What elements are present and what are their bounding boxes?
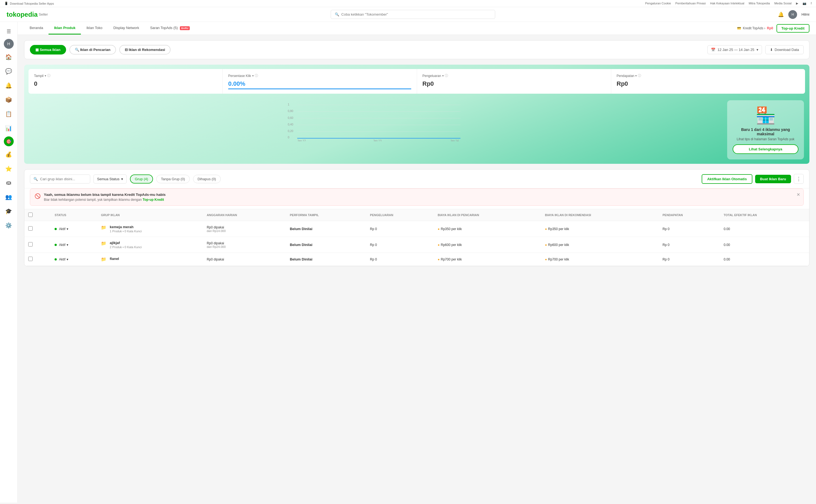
username: Hilmi (801, 12, 809, 16)
search-ads-button[interactable]: 🔍 Iklan di Pencarian (69, 45, 116, 55)
status-select[interactable]: Semua Status ▾ (93, 174, 127, 184)
warning-desc: Biar tidak kehilangan potensi tampil, yu… (44, 198, 165, 202)
anggaran-1: Rp0 dipakai (207, 241, 282, 245)
svg-text:0: 0 (288, 136, 289, 139)
search-ads-icon: 🔍 (75, 48, 80, 52)
sidebar-item-vouchers[interactable]: 🎟 (3, 177, 14, 189)
select-all-checkbox[interactable] (28, 213, 33, 217)
stat-pengeluaran[interactable]: Pengeluaran ▾ ⓘ Rp0 (417, 69, 611, 94)
table-section: 🔍 Semua Status ▾ Grup (4) Tanpa Grup (0) (24, 169, 809, 266)
topup-kredit-button[interactable]: Top-up Kredit (777, 24, 809, 33)
tab-saran-topads[interactable]: Saran TopAds (5) BARU (144, 22, 195, 35)
privacy-link[interactable]: Pemberitahuan Privasi (675, 2, 706, 5)
folder-icon-1: 📁 (101, 241, 106, 246)
row-checkbox-2[interactable] (28, 257, 33, 261)
sidebar-item-buyers[interactable]: 👥 (2, 191, 15, 203)
topup-link[interactable]: Top-up Kredit (142, 198, 164, 202)
row-status-0[interactable]: Aktif ▾ (55, 227, 93, 231)
tab-grup[interactable]: Grup (4) (130, 174, 153, 184)
sidebar-item-notification[interactable]: 🔔 (2, 79, 15, 91)
pendapatan-2: Rp 0 (663, 257, 716, 261)
cookie-link[interactable]: Pengaturan Cookie (645, 2, 671, 5)
search-bar[interactable]: 🔍 (331, 10, 495, 19)
sidebar-item-products[interactable]: 📦 (2, 94, 15, 106)
date-picker[interactable]: 📅 12 Jan 25 — 14 Jan 25 ▾ (708, 45, 762, 54)
nav-tabs-right: 💳 Kredit TopAds › Rp0 Top-up Kredit (737, 24, 809, 33)
kredit-info[interactable]: 💳 Kredit TopAds › Rp0 (737, 26, 773, 30)
sidebar-item-settings[interactable]: ⚙️ (2, 219, 15, 231)
th-pendapatan: PENDAPATAN (659, 209, 720, 221)
group-search-wrap[interactable]: 🔍 (30, 174, 90, 184)
lihat-selengkapnya-button[interactable]: Lihat Selengkapnya (733, 144, 798, 154)
sidebar-item-orders[interactable]: 📋 (2, 108, 15, 120)
svg-text:0,20: 0,20 (288, 130, 293, 133)
logo: tokopedia Seller (7, 11, 48, 18)
ip-link[interactable]: Hak Kekayaan Intelektual (710, 2, 744, 5)
sidebar-item-analytics[interactable]: 📊 (2, 122, 15, 134)
top-banner-left: 📱 Download Tokopedia Seller Apps (4, 2, 54, 5)
sidebar-item-home[interactable]: 🏠 (2, 51, 15, 63)
tab-iklan-produk[interactable]: Iklan Produk (48, 22, 81, 35)
th-grup: GRUP IKLAN (97, 209, 203, 221)
aktifkan-otomatis-button[interactable]: Aktifkan Iklan Otomatis (702, 174, 752, 184)
tab-iklan-toko[interactable]: Iklan Toko (81, 22, 108, 35)
instagram-icon: 📷 (803, 2, 806, 5)
tab-tanpa-grup[interactable]: Tanpa Grup (0) (156, 175, 189, 183)
recommend-ads-button[interactable]: ⊟ Iklan di Rekomendasi (119, 45, 171, 55)
stat-pendapatan-info-icon[interactable]: ⓘ (638, 73, 641, 78)
chart-left: 1 0,80 0,60 0,40 0,20 0 (30, 100, 722, 159)
promo-panel: 🏪 Baru 1 dari 4 iklanmu yang maksimal Li… (727, 100, 804, 159)
stat-tampil-info-icon[interactable]: ⓘ (47, 73, 50, 78)
close-banner-button[interactable]: ✕ (797, 192, 800, 197)
sidebar-item-ads[interactable]: 🎯 (4, 136, 14, 146)
stat-persentase-value: 0.00% (228, 80, 411, 87)
warning-banner: 🚫 Yaah, semua iklanmu belum bisa tampil … (30, 188, 804, 206)
sidebar-toggle[interactable]: ☰ (4, 26, 13, 37)
sidebar-item-chat[interactable]: 💬 (2, 65, 15, 77)
stat-tampil-label: Tampil ▾ ⓘ (34, 73, 217, 78)
stat-tampil-chevron: ▾ (45, 74, 46, 77)
sidebar-item-reviews[interactable]: ⭐ (2, 163, 15, 175)
warning-text: Yaah, semua iklanmu belum bisa tampil ka… (44, 193, 165, 202)
download-button[interactable]: ⬇ Download Data (765, 45, 804, 54)
stat-pendapatan-value: Rp0 (617, 80, 800, 87)
row-status-2[interactable]: Aktif ▾ (55, 257, 93, 261)
stat-persentase-underline (228, 88, 411, 89)
tab-display-network[interactable]: Display Network (108, 22, 144, 35)
mitra-link[interactable]: Mitra Tokopedia (749, 2, 770, 5)
table-row: Aktif ▾ 📁 ajlkjaf 2 Produk • 0 Kata Kunc… (24, 237, 809, 253)
all-ads-button[interactable]: ▦ Semua Iklan (30, 45, 66, 55)
performa-1: Belum Dinilai (290, 243, 362, 247)
buat-iklan-button[interactable]: Buat Iklan Baru (755, 175, 791, 183)
warning-title: Yaah, semua iklanmu belum bisa tampil ka… (44, 193, 165, 197)
row-checkbox-1[interactable] (28, 242, 33, 247)
sidebar-item-finance[interactable]: 💰 (2, 148, 15, 161)
th-anggaran: ANGGARAN HARIAN (203, 209, 286, 221)
social-link[interactable]: Media Sosial (774, 2, 792, 5)
more-options-button[interactable]: ⋮ (794, 174, 804, 184)
svg-text:Jan 12: Jan 12 (297, 139, 306, 141)
stat-persentase-chevron: ▾ (252, 74, 254, 77)
row-status-1[interactable]: Aktif ▾ (55, 243, 93, 247)
stat-tampil[interactable]: Tampil ▾ ⓘ 0 (28, 69, 223, 94)
date-range-text: 12 Jan 25 — 14 Jan 25 (718, 48, 754, 52)
tab-dihapus[interactable]: Dihapus (0) (193, 175, 221, 183)
sidebar-item-education[interactable]: 🎓 (2, 205, 15, 217)
stat-persentase-info-icon[interactable]: ⓘ (255, 73, 258, 78)
tab-beranda[interactable]: Beranda (24, 22, 48, 35)
stat-pendapatan-label: Pendapatan ▾ ⓘ (617, 73, 800, 78)
stat-pendapatan[interactable]: Pendapatan ▾ ⓘ Rp0 (611, 69, 805, 94)
logo-text: tokopedia (7, 11, 38, 18)
stat-persentase[interactable]: Persentase Klik ▾ ⓘ 0.00% (223, 69, 417, 94)
cost-rekomendasi-icon-2: ● (545, 257, 547, 261)
table-row: Aktif ▾ 📁 kemeja merah 1 Produk • 0 Kata… (24, 221, 809, 237)
search-input[interactable] (341, 12, 491, 16)
svg-text:Jan 13: Jan 13 (373, 139, 382, 141)
notification-bell-icon[interactable]: 🔔 (778, 12, 784, 18)
row-checkbox-0[interactable] (28, 226, 33, 231)
pengeluaran-0: Rp 0 (370, 227, 430, 231)
stat-pengeluaran-info-icon[interactable]: ⓘ (445, 73, 448, 78)
cost-icon-2: ● (438, 257, 440, 261)
header: tokopedia Seller 🔍 🔔 H Hilmi (0, 7, 816, 22)
group-search-input[interactable] (40, 177, 87, 181)
